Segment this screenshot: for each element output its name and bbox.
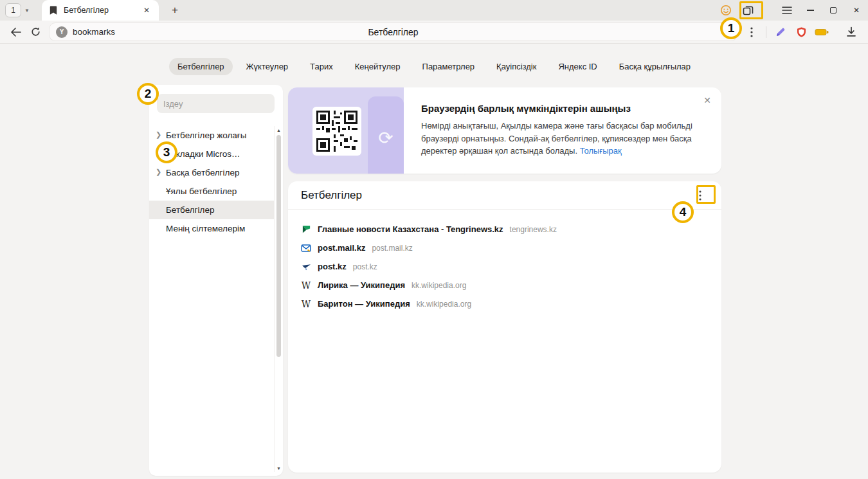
bookmark-url: post.kz — [353, 262, 377, 271]
sidebar-item-other-bookmarks[interactable]: ❯ Басқа бетбелгілер — [149, 163, 274, 182]
promo-illustration: ⟳ — [288, 87, 404, 174]
bookmark-title: Главные новости Казахстана - Tengrinews.… — [318, 224, 503, 234]
tab-settings[interactable]: Параметрлер — [414, 58, 484, 75]
bookmark-row[interactable]: post.kz post.kz — [301, 257, 709, 276]
sidebar-item-label: Ұялы бетбелгілер — [166, 186, 237, 196]
annotation-label: 4 — [680, 205, 687, 219]
sidebar-item-label: Басқа бетбелгілер — [166, 168, 239, 177]
annotation-circle-4: 4 — [672, 201, 694, 223]
tab-counter-button[interactable]: 1 — [5, 3, 21, 17]
bookmark-row[interactable]: W Лирика — Уикипедия kk.wikipedia.org — [301, 276, 709, 294]
mail-favicon — [301, 243, 311, 253]
sidebar-scrollbar[interactable]: ▲ ▼ — [274, 126, 282, 472]
tab-downloads[interactable]: Жүктеулер — [238, 58, 297, 75]
tab-history[interactable]: Тарих — [302, 58, 341, 75]
promo-more-link[interactable]: Толығырақ — [580, 146, 622, 156]
annotation-label: 2 — [145, 87, 152, 101]
wikipedia-favicon: W — [301, 280, 311, 291]
promo-body: Нөмірді анықтағыш, Ақылды камера және та… — [421, 121, 692, 156]
bookmarks-panel-header: Бетбелгілер — [288, 181, 721, 210]
url-text: bookmarks — [73, 27, 115, 37]
bookmark-url: tengrinews.kz — [510, 225, 557, 234]
postkz-favicon — [301, 262, 311, 272]
annotation-circle-3: 3 — [156, 141, 177, 163]
chevron-right-icon[interactable]: ❯ — [156, 168, 161, 176]
bookmarks-kebab-icon[interactable] — [692, 187, 709, 204]
sidebar-item-bookmarks[interactable]: Бетбелгілер — [149, 201, 274, 219]
phone-illustration: ⟳ — [368, 96, 404, 174]
bookmark-title: post.kz — [318, 262, 347, 271]
bookmarks-list: Главные новости Казахстана - Tengrinews.… — [288, 210, 721, 313]
toolbar-divider — [766, 26, 766, 38]
tab-strip: 1 ▼ Бетбелгілер ✕ + ✕ — [0, 0, 868, 21]
tab-close-icon[interactable]: ✕ — [141, 5, 152, 16]
bookmark-title: post.mail.kz — [318, 243, 365, 253]
download-icon[interactable] — [841, 23, 862, 41]
annotation-label: 3 — [163, 145, 170, 159]
wikipedia-favicon: W — [301, 299, 311, 309]
bookmark-url: kk.wikipedia.org — [417, 300, 471, 309]
tab-extensions[interactable]: Кеңейтулер — [347, 58, 409, 75]
scroll-up-icon[interactable]: ▲ — [275, 126, 283, 134]
browser-tab[interactable]: Бетбелгілер ✕ — [42, 0, 159, 21]
address-bar[interactable]: Y bookmarks Бетбелгілер — [49, 23, 737, 41]
back-icon[interactable] — [6, 23, 26, 41]
search-input[interactable] — [157, 94, 275, 113]
menu-hamburger-icon[interactable] — [775, 1, 799, 19]
toolbar-kebab-icon[interactable] — [741, 23, 762, 41]
address-bar-page-title: Бетбелгілер — [50, 27, 737, 37]
tab-security[interactable]: Қауіпсіздік — [488, 58, 545, 75]
bookmark-row[interactable]: post.mail.kz post.mail.kz — [301, 239, 709, 257]
battery-icon[interactable] — [811, 23, 832, 41]
new-tab-button[interactable]: + — [167, 2, 183, 19]
bookmark-url: kk.wikipedia.org — [411, 281, 466, 290]
window-close-button[interactable]: ✕ — [845, 1, 868, 19]
chevron-right-icon[interactable]: ❯ — [156, 131, 161, 139]
tengrinews-favicon — [301, 224, 311, 235]
bookmark-row[interactable]: W Баритон — Уикипедия kk.wikipedia.org — [301, 294, 709, 313]
site-badge-icon[interactable]: Y — [56, 26, 68, 38]
settings-nav-tabs: Бетбелгілер Жүктеулер Тарих Кеңейтулер П… — [0, 58, 868, 75]
sync-icon: ⟳ — [368, 127, 404, 149]
sidebar-item-label: Менің сілтемелерім — [166, 224, 245, 233]
promo-text-block: Браузердің барлық мүмкіндіктерін ашыңыз … — [421, 103, 709, 158]
tab-bookmarks[interactable]: Бетбелгілер — [169, 58, 233, 75]
sidebar-item-my-links[interactable]: Менің сілтемелерім — [149, 219, 274, 238]
smiley-rewards-icon[interactable] — [715, 1, 737, 19]
qr-code — [312, 107, 361, 156]
tab-counter-value: 1 — [11, 6, 15, 15]
chevron-down-icon[interactable]: ▼ — [23, 8, 32, 14]
tab-yandex-id[interactable]: Яндекс ID — [550, 58, 605, 75]
annotation-circle-2: 2 — [137, 83, 159, 105]
refresh-icon[interactable] — [26, 23, 45, 41]
tab-other-devices[interactable]: Басқа құрылғылар — [611, 58, 699, 75]
scroll-down-icon[interactable]: ▼ — [275, 464, 283, 472]
annotation-circle-1: 1 — [720, 17, 742, 39]
side-panels-icon[interactable] — [737, 1, 759, 19]
browser-window: 1 ▼ Бетбелгілер ✕ + ✕ — [0, 0, 868, 479]
promo-title: Браузердің барлық мүмкіндіктерін ашыңыз — [421, 103, 709, 114]
scrollbar-thumb[interactable] — [276, 135, 281, 357]
tabbar-right-controls: ✕ — [715, 1, 868, 19]
bookmark-row[interactable]: Главные новости Казахстана - Tengrinews.… — [301, 220, 709, 239]
sidebar-item-label: Бетбелгілер жолағы — [166, 131, 246, 140]
window-minimize-button[interactable] — [799, 1, 822, 19]
bookmarks-panel: Бетбелгілер Главные новости Казахстана -… — [288, 181, 721, 473]
window-maximize-button[interactable] — [822, 1, 845, 19]
bookmark-favicon-icon — [48, 5, 59, 15]
bookmark-title: Баритон — Уикипедия — [318, 299, 410, 309]
promo-close-icon[interactable]: ✕ — [703, 95, 711, 105]
bookmark-title: Лирика — Уикипедия — [318, 280, 405, 290]
bookmark-url: post.mail.kz — [372, 244, 412, 253]
sidebar-item-label: Бетбелгілер — [166, 205, 214, 215]
annotation-label: 1 — [728, 21, 735, 35]
bookmarks-panel-title: Бетбелгілер — [301, 189, 362, 202]
pen-edit-icon[interactable] — [770, 23, 791, 41]
protect-shield-icon[interactable] — [791, 23, 811, 41]
mobile-promo-banner: ⟳ Браузердің барлық мүмкіндіктерін ашыңы… — [288, 87, 721, 174]
tab-title: Бетбелгілер — [64, 6, 136, 15]
sidebar-item-mobile-bookmarks[interactable]: Ұялы бетбелгілер — [149, 182, 274, 201]
